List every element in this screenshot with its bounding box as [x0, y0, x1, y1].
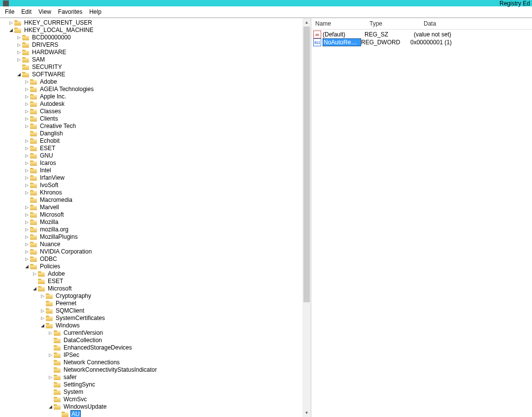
menu-help[interactable]: Help: [86, 7, 105, 16]
menu-favorites[interactable]: Favorites: [55, 7, 86, 16]
menu-file[interactable]: File: [2, 7, 18, 16]
app-icon: [3, 0, 9, 6]
menu-bar: File Edit View Favorites Help: [0, 6, 532, 18]
title-bar: Registry Ed: [0, 0, 532, 6]
window-title: Registry Ed: [499, 0, 530, 7]
menu-view[interactable]: View: [35, 7, 55, 16]
menu-edit[interactable]: Edit: [18, 7, 35, 16]
